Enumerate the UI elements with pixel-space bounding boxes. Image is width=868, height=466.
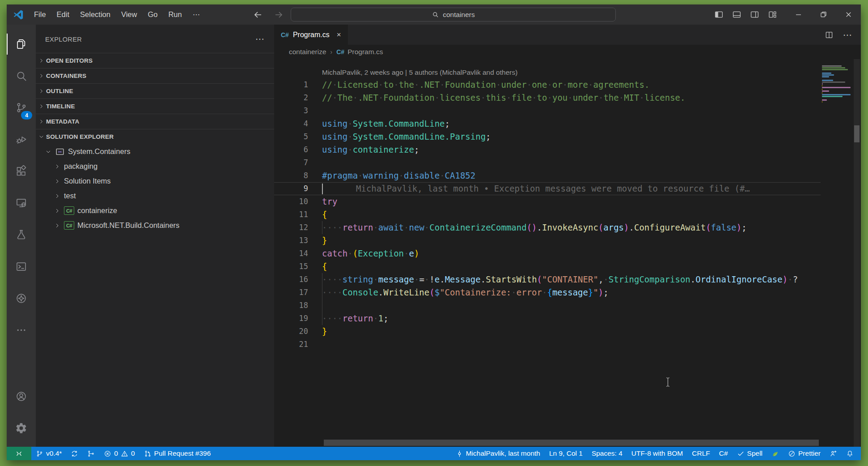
layout-grid-icon[interactable]	[768, 10, 777, 19]
activity-more[interactable]	[7, 314, 36, 346]
code-line-14[interactable]: 14catch·(Exception·e)	[274, 247, 821, 260]
views-more-actions-icon[interactable]: ⋯	[255, 34, 264, 44]
section-label: OUTLINE	[46, 88, 73, 94]
status-feedback[interactable]	[825, 447, 842, 460]
minimap-line	[822, 99, 827, 101]
activity-accounts[interactable]	[7, 380, 36, 412]
code-line-21[interactable]: 21	[274, 338, 821, 351]
tree-item[interactable]: packaging	[36, 159, 274, 174]
code-line-9[interactable]: 9MichalPavlik, last month • Exception me…	[274, 182, 821, 195]
menu-run[interactable]: Run	[163, 4, 187, 25]
activity-compass[interactable]	[7, 282, 36, 314]
tree-item[interactable]: C# containerize	[36, 203, 274, 218]
activity-source-control[interactable]: 4	[7, 92, 36, 124]
tree-item[interactable]: C# Microsoft.NET.Build.Containers	[36, 218, 274, 233]
code-line-4[interactable]: 4using·System.CommandLine;	[274, 117, 821, 130]
tab-close-icon[interactable]: ×	[337, 30, 341, 39]
code-line-20[interactable]: 20}	[274, 325, 821, 338]
menu-edit[interactable]: Edit	[51, 4, 75, 25]
activity-testing[interactable]	[7, 219, 36, 251]
code-line-11[interactable]: 11{	[274, 208, 821, 221]
split-editor-icon[interactable]	[825, 30, 834, 39]
status-sync-changes[interactable]	[66, 447, 83, 460]
menu-view[interactable]: View	[116, 4, 142, 25]
code-line-5[interactable]: 5using·System.CommandLine.Parsing;	[274, 130, 821, 143]
status-spell-checker[interactable]: Spell	[733, 447, 767, 460]
layout-left-icon[interactable]	[714, 10, 724, 19]
activity-explorer[interactable]	[7, 28, 36, 60]
code-line-19[interactable]: 19····return·1;	[274, 312, 821, 325]
status-commit-blame[interactable]: MichalPavlik, last month	[451, 447, 545, 460]
code-text: //·The·.NET·Foundation·licenses·this·fil…	[322, 91, 685, 104]
status-encoding[interactable]: UTF-8 with BOM	[627, 447, 687, 460]
menu-file[interactable]: File	[29, 4, 51, 25]
section-timeline[interactable]: TIMELINE	[36, 98, 274, 114]
command-center-search[interactable]: containers	[291, 8, 616, 21]
code-line-3[interactable]: 3	[274, 104, 821, 117]
layout-controls	[714, 4, 777, 25]
tab-program-cs[interactable]: C# Program.cs ×	[274, 25, 348, 45]
activity-extensions[interactable]	[7, 155, 36, 187]
status-pull-request[interactable]: Pull Request #396	[140, 447, 216, 460]
solution-explorer-tree: System.Containers packaging Solution Ite…	[36, 144, 274, 233]
status-source-control-graph[interactable]	[83, 447, 99, 460]
activity-remote-explorer[interactable]	[7, 187, 36, 219]
code-line-1[interactable]: 1//·Licensed·to·the·.NET·Foundation·unde…	[274, 78, 821, 91]
breadcrumb-item[interactable]: C# Program.cs	[336, 48, 383, 56]
status-remote-indicator[interactable]	[7, 447, 31, 460]
status-cursor-position[interactable]: Ln 9, Col 1	[545, 447, 587, 460]
section-containers[interactable]: CONTAINERS	[36, 68, 274, 83]
vertical-scrollbar[interactable]	[854, 59, 860, 447]
vertical-scrollbar-thumb[interactable]	[854, 125, 860, 142]
minimize-button[interactable]	[786, 4, 811, 25]
go-forward-icon[interactable]	[273, 9, 284, 20]
status-prettier[interactable]: Prettier	[783, 447, 825, 460]
activity-settings[interactable]	[7, 412, 36, 444]
status-leaf-extension[interactable]	[767, 447, 783, 460]
code-line-6[interactable]: 6using·containerize;	[274, 143, 821, 156]
menu-more[interactable]: ⋯	[187, 4, 206, 25]
restore-button[interactable]	[811, 4, 836, 25]
code-line-15[interactable]: 15{	[274, 260, 821, 273]
code-line-16[interactable]: 16····string·message·=·!e.Message.Starts…	[274, 273, 821, 286]
code-line-8[interactable]: 8#pragma·warning·disable·CA1852	[274, 169, 821, 182]
codelens-annotation[interactable]: MichalPavlik, 2 weeks ago | 5 authors (M…	[274, 65, 821, 78]
tree-item[interactable]: System.Containers	[36, 144, 274, 159]
code-editor[interactable]: MichalPavlik, 2 weeks ago | 5 authors (M…	[274, 59, 861, 447]
close-button[interactable]	[836, 4, 861, 25]
section-open-editors[interactable]: OPEN EDITORS	[36, 53, 274, 68]
activity-terminal[interactable]	[7, 251, 36, 282]
breadcrumb-item[interactable]: containerize	[289, 48, 326, 56]
layout-panel-icon[interactable]	[732, 10, 741, 19]
section-outline[interactable]: OUTLINE	[36, 83, 274, 98]
code-line-13[interactable]: 13}	[274, 234, 821, 247]
editor-more-actions-icon[interactable]: ⋯	[843, 30, 852, 40]
status-language-mode[interactable]: C#	[715, 447, 733, 460]
horizontal-scrollbar-thumb[interactable]	[324, 440, 819, 446]
code-line-12[interactable]: 12····return·await·new·ContainerizeComma…	[274, 221, 821, 234]
workbench: 4 EXPLORER ⋯	[7, 25, 861, 447]
status-indentation[interactable]: Spaces: 4	[587, 447, 627, 460]
code-line-2[interactable]: 2//·The·.NET·Foundation·licenses·this·fi…	[274, 91, 821, 104]
status-eol-sequence[interactable]: CRLF	[687, 447, 714, 460]
menu-go[interactable]: Go	[142, 4, 163, 25]
code-line-18[interactable]: 18	[274, 299, 821, 312]
status-notifications[interactable]	[842, 447, 858, 460]
section-metadata[interactable]: METADATA	[36, 114, 274, 129]
minimap-line	[822, 69, 848, 70]
layout-right-icon[interactable]	[750, 10, 759, 19]
testing-icon	[15, 229, 27, 241]
status-problems[interactable]: 00	[99, 447, 139, 460]
menu-selection[interactable]: Selection	[75, 4, 116, 25]
tree-item[interactable]: Solution Items	[36, 174, 274, 188]
section-solution-explorer[interactable]: SOLUTION EXPLORER	[36, 129, 274, 144]
code-line-7[interactable]: 7	[274, 156, 821, 169]
activity-run-and-debug[interactable]	[7, 124, 36, 155]
code-line-10[interactable]: 10try	[274, 195, 821, 208]
go-back-icon[interactable]	[253, 9, 263, 20]
tree-item[interactable]: test	[36, 188, 274, 203]
code-line-17[interactable]: 17····Console.WriteLine($"Containerize:·…	[274, 286, 821, 299]
minimap[interactable]	[822, 65, 853, 105]
status-git-branch[interactable]: v0.4*	[31, 447, 66, 460]
activity-search[interactable]	[7, 60, 36, 92]
